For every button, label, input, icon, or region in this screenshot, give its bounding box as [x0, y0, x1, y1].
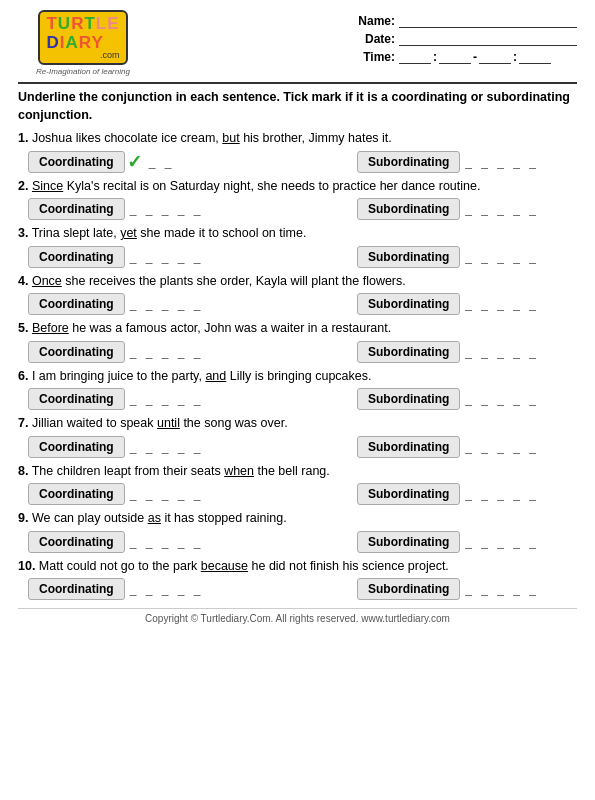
coord-button-1[interactable]: Coordinating: [28, 151, 125, 173]
time-seg-3[interactable]: [479, 50, 511, 64]
logo-area: TURTLE DIARY .com Re-Imagination of lear…: [18, 10, 148, 76]
subord-dashes-9: _ _ _ _ _: [465, 535, 539, 549]
page: TURTLE DIARY .com Re-Imagination of lear…: [0, 0, 595, 800]
subord-dashes-10: _ _ _ _ _: [465, 582, 539, 596]
options-row-4: Coordinating _ _ _ _ _Subordinating _ _ …: [18, 293, 577, 315]
subord-button-8[interactable]: Subordinating: [357, 483, 460, 505]
options-row-2: Coordinating _ _ _ _ _Subordinating _ _ …: [18, 198, 577, 220]
coord-button-9[interactable]: Coordinating: [28, 531, 125, 553]
date-input-line[interactable]: [399, 32, 577, 46]
coord-dashes-3: _ _ _ _ _: [130, 250, 204, 264]
options-row-3: Coordinating _ _ _ _ _Subordinating _ _ …: [18, 246, 577, 268]
coord-button-2[interactable]: Coordinating: [28, 198, 125, 220]
logo-com: .com: [100, 50, 120, 60]
coord-block-10: Coordinating _ _ _ _ _: [28, 578, 248, 600]
coord-button-3[interactable]: Coordinating: [28, 246, 125, 268]
subord-button-2[interactable]: Subordinating: [357, 198, 460, 220]
subord-button-3[interactable]: Subordinating: [357, 246, 460, 268]
coord-button-4[interactable]: Coordinating: [28, 293, 125, 315]
subord-dashes-6: _ _ _ _ _: [465, 392, 539, 406]
questions-container: 1. Joshua likes chocolate ice cream, but…: [18, 130, 577, 600]
underlined-word: because: [201, 559, 248, 573]
subord-block-5: Subordinating _ _ _ _ _: [357, 341, 577, 363]
coord-dashes-4: _ _ _ _ _: [130, 297, 204, 311]
logo-box: TURTLE DIARY .com: [38, 10, 127, 65]
header-divider: [18, 82, 577, 84]
question-text-1: 1. Joshua likes chocolate ice cream, but…: [18, 130, 577, 148]
coord-button-6[interactable]: Coordinating: [28, 388, 125, 410]
time-seg-1[interactable]: [399, 50, 431, 64]
subord-block-10: Subordinating _ _ _ _ _: [357, 578, 577, 600]
question-text-8: 8. The children leapt from their seats w…: [18, 463, 577, 481]
subord-button-6[interactable]: Subordinating: [357, 388, 460, 410]
coord-button-5[interactable]: Coordinating: [28, 341, 125, 363]
coord-button-7[interactable]: Coordinating: [28, 436, 125, 458]
coord-dashes-10: _ _ _ _ _: [130, 582, 204, 596]
question-text-2: 2. Since Kyla's recital is on Saturday n…: [18, 178, 577, 196]
underlined-word: yet: [120, 226, 137, 240]
underlined-word: as: [148, 511, 161, 525]
question-10: 10. Matt could not go to the park becaus…: [18, 558, 577, 601]
subord-block-2: Subordinating _ _ _ _ _: [357, 198, 577, 220]
subord-button-7[interactable]: Subordinating: [357, 436, 460, 458]
coord-button-8[interactable]: Coordinating: [28, 483, 125, 505]
coord-button-10[interactable]: Coordinating: [28, 578, 125, 600]
options-row-8: Coordinating _ _ _ _ _Subordinating _ _ …: [18, 483, 577, 505]
options-row-5: Coordinating _ _ _ _ _Subordinating _ _ …: [18, 341, 577, 363]
coord-dashes-7: _ _ _ _ _: [130, 440, 204, 454]
options-row-9: Coordinating _ _ _ _ _Subordinating _ _ …: [18, 531, 577, 553]
question-text-4: 4. Once she receives the plants she orde…: [18, 273, 577, 291]
underlined-word: until: [157, 416, 180, 430]
subord-button-10[interactable]: Subordinating: [357, 578, 460, 600]
name-label: Name:: [357, 14, 395, 28]
question-text-6: 6. I am bringing juice to the party, and…: [18, 368, 577, 386]
question-5: 5. Before he was a famous actor, John wa…: [18, 320, 577, 363]
fields-area: Name: Date: Time: : - :: [357, 10, 577, 64]
underlined-word: Since: [32, 179, 63, 193]
question-text-3: 3. Trina slept late, yet she made it to …: [18, 225, 577, 243]
underlined-word: but: [222, 131, 239, 145]
coord-block-5: Coordinating _ _ _ _ _: [28, 341, 248, 363]
coord-block-1: Coordinating ✓_ _: [28, 151, 248, 173]
subord-dashes-5: _ _ _ _ _: [465, 345, 539, 359]
subord-button-9[interactable]: Subordinating: [357, 531, 460, 553]
subord-block-4: Subordinating _ _ _ _ _: [357, 293, 577, 315]
time-seg-2[interactable]: [439, 50, 471, 64]
coord-dashes-2: _ _ _ _ _: [130, 202, 204, 216]
subord-block-9: Subordinating _ _ _ _ _: [357, 531, 577, 553]
subord-dashes-4: _ _ _ _ _: [465, 297, 539, 311]
logo-tagline: Re-Imagination of learning: [36, 67, 130, 76]
coord-block-6: Coordinating _ _ _ _ _: [28, 388, 248, 410]
subord-dashes-1: _ _ _ _ _: [465, 155, 539, 169]
coord-dashes: _ _: [149, 155, 175, 169]
question-text-7: 7. Jillian waited to speak until the son…: [18, 415, 577, 433]
question-3: 3. Trina slept late, yet she made it to …: [18, 225, 577, 268]
coord-block-8: Coordinating _ _ _ _ _: [28, 483, 248, 505]
underlined-word: Once: [32, 274, 62, 288]
header: TURTLE DIARY .com Re-Imagination of lear…: [18, 10, 577, 76]
date-label: Date:: [357, 32, 395, 46]
subord-block-7: Subordinating _ _ _ _ _: [357, 436, 577, 458]
subord-block-3: Subordinating _ _ _ _ _: [357, 246, 577, 268]
subord-dashes-2: _ _ _ _ _: [465, 202, 539, 216]
time-seg-4[interactable]: [519, 50, 551, 64]
subord-button-1[interactable]: Subordinating: [357, 151, 460, 173]
question-text-9: 9. We can play outside as it has stopped…: [18, 510, 577, 528]
time-label: Time:: [357, 50, 395, 64]
time-row: : - :: [399, 50, 551, 64]
subord-button-5[interactable]: Subordinating: [357, 341, 460, 363]
coord-block-3: Coordinating _ _ _ _ _: [28, 246, 248, 268]
question-9: 9. We can play outside as it has stopped…: [18, 510, 577, 553]
coord-block-4: Coordinating _ _ _ _ _: [28, 293, 248, 315]
coord-dashes-9: _ _ _ _ _: [130, 535, 204, 549]
subord-button-4[interactable]: Subordinating: [357, 293, 460, 315]
subord-block-6: Subordinating _ _ _ _ _: [357, 388, 577, 410]
subord-dashes-8: _ _ _ _ _: [465, 487, 539, 501]
underlined-word: and: [205, 369, 226, 383]
question-7: 7. Jillian waited to speak until the son…: [18, 415, 577, 458]
time-field-row: Time: : - :: [357, 50, 577, 64]
underlined-word: when: [224, 464, 254, 478]
subord-dashes-7: _ _ _ _ _: [465, 440, 539, 454]
instructions: Underline the conjunction in each senten…: [18, 89, 577, 124]
name-input-line[interactable]: [399, 14, 577, 28]
